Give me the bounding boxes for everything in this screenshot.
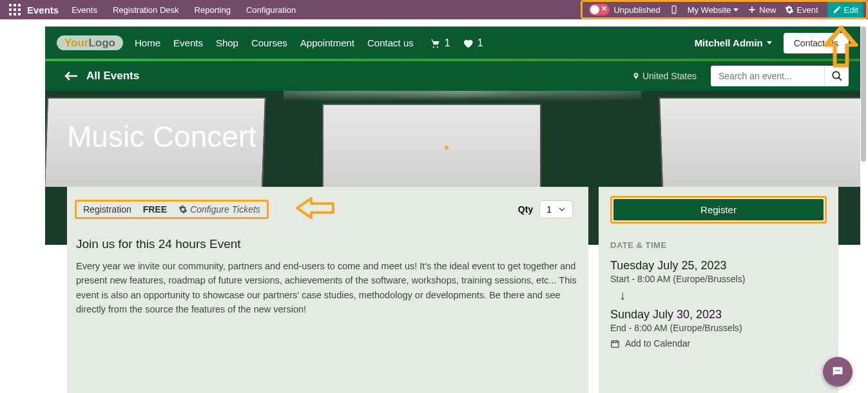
svg-point-14 [436, 46, 438, 47]
end-date: Sunday July 30, 2023 [610, 308, 827, 321]
logo[interactable]: YourLogo [57, 37, 123, 50]
cart-icon [429, 37, 441, 49]
topbar-menu: Events Registration Desk Reporting Confi… [72, 5, 296, 15]
annotation-arrow-up [823, 26, 859, 73]
edit-button[interactable]: Edit [827, 2, 863, 17]
chevron-down-icon [558, 206, 566, 213]
register-button-highlight: Register [610, 196, 827, 224]
svg-rect-6 [9, 13, 12, 15]
event-label: Event [796, 5, 818, 15]
site-nav: Home Events Shop Courses Appointment Con… [135, 37, 414, 48]
start-date: Tuesday July 25, 2023 [610, 259, 827, 273]
menu-configuration[interactable]: Configuration [246, 5, 296, 15]
mobile-icon [670, 5, 679, 14]
event-settings-button[interactable]: Event [785, 5, 818, 15]
publish-label: Unpublished [613, 5, 660, 15]
cart-button[interactable]: 1 [429, 37, 450, 49]
registration-price: FREE [143, 204, 167, 215]
website-selector[interactable]: My Website [688, 5, 739, 15]
website-label: My Website [688, 5, 731, 15]
svg-point-24 [839, 370, 840, 371]
mobile-preview-button[interactable] [670, 5, 679, 14]
hero-lights [284, 91, 641, 110]
app-title[interactable]: Events [27, 5, 59, 15]
svg-rect-2 [18, 4, 21, 6]
datetime-header: DATE & TIME [610, 240, 827, 250]
svg-rect-18 [612, 341, 619, 347]
menu-events[interactable]: Events [72, 5, 97, 15]
logo-badge: YourLogo [57, 35, 123, 50]
configure-tickets-label: Configure Tickets [190, 204, 260, 215]
nav-shop[interactable]: Shop [216, 37, 238, 48]
menu-registration-desk[interactable]: Registration Desk [113, 5, 179, 15]
hero-dot [445, 146, 448, 149]
user-menu[interactable]: Mitchell Admin [695, 37, 772, 48]
svg-rect-1 [14, 4, 16, 6]
cart-count: 1 [445, 37, 450, 49]
svg-point-23 [837, 370, 838, 371]
registration-bar: Registration FREE Configure Tickets Qty … [67, 196, 588, 229]
nav-contact[interactable]: Contact us [367, 37, 414, 48]
svg-point-13 [432, 46, 434, 47]
wishlist-button[interactable]: 1 [462, 37, 483, 49]
nav-events[interactable]: Events [173, 37, 203, 48]
toggle-switch-icon[interactable]: ✕ [589, 4, 610, 15]
user-name: Mitchell Admin [695, 37, 763, 48]
content-right: Register DATE & TIME Tuesday July 25, 20… [599, 187, 838, 393]
event-title: Music Concert [67, 119, 256, 154]
page-wrap: YourLogo Home Events Shop Courses Appoin… [45, 26, 860, 393]
caret-down-icon [767, 41, 772, 44]
heart-icon [462, 37, 474, 49]
search-input[interactable] [711, 66, 824, 86]
back-label: All Events [86, 70, 139, 82]
scrollbar-thumb[interactable] [861, 26, 866, 162]
menu-reporting[interactable]: Reporting [195, 5, 231, 15]
add-to-calendar-label: Add to Calendar [625, 338, 690, 349]
add-to-calendar-link[interactable]: Add to Calendar [610, 338, 827, 349]
hero-bg-screen [322, 104, 541, 187]
content-row: Registration FREE Configure Tickets Qty … [45, 187, 860, 393]
edit-label: Edit [844, 5, 858, 15]
svg-rect-8 [18, 13, 21, 15]
qty-wrap: Qty 1 [518, 200, 573, 218]
caret-down-icon [733, 8, 738, 12]
nav-icons: 1 1 [429, 37, 483, 49]
nav-courses[interactable]: Courses [251, 37, 287, 48]
event-description: Every year we invite our community, part… [67, 259, 588, 317]
back-to-all-events[interactable]: All Events [64, 70, 139, 82]
top-bar: Events Events Registration Desk Reportin… [0, 0, 868, 19]
publish-toggle[interactable]: ✕ Unpublished [589, 4, 660, 15]
register-button[interactable]: Register [613, 199, 824, 220]
annotation-arrow-left [294, 196, 336, 223]
down-arrow-icon: ↓ [619, 288, 827, 303]
svg-point-22 [835, 370, 836, 371]
svg-rect-3 [9, 8, 12, 11]
chat-bubble-button[interactable] [823, 357, 853, 387]
new-label: New [759, 5, 776, 15]
location-filter[interactable]: United States [632, 71, 697, 81]
configure-tickets-link[interactable]: Configure Tickets [178, 204, 260, 215]
chat-icon [831, 365, 845, 379]
nav-appointment[interactable]: Appointment [300, 37, 354, 48]
new-button[interactable]: New [747, 5, 776, 15]
hero: Music Concert [45, 91, 860, 187]
plus-icon [747, 5, 757, 14]
svg-rect-0 [9, 4, 12, 6]
gear-icon [178, 205, 188, 214]
start-time: Start - 8:00 AM (Europe/Brussels) [610, 274, 827, 284]
location-label: United States [642, 71, 697, 81]
registration-label: Registration [83, 204, 131, 215]
svg-line-17 [838, 77, 842, 81]
nav-home[interactable]: Home [135, 37, 160, 48]
breadcrumb-right: United States [632, 66, 849, 86]
pencil-icon [833, 5, 842, 14]
topbar-right-highlight: ✕ Unpublished My Website New Event Edit [581, 0, 868, 19]
qty-label: Qty [518, 204, 533, 215]
apps-grid-icon[interactable] [9, 4, 21, 15]
svg-rect-7 [14, 13, 16, 15]
arrow-left-icon [64, 72, 79, 81]
scrollbar[interactable] [861, 26, 866, 393]
qty-select[interactable]: 1 [539, 200, 573, 218]
topbar-right: ✕ Unpublished My Website New Event Edit [581, 0, 868, 19]
end-time: End - 8:00 AM (Europe/Brussels) [610, 323, 827, 333]
